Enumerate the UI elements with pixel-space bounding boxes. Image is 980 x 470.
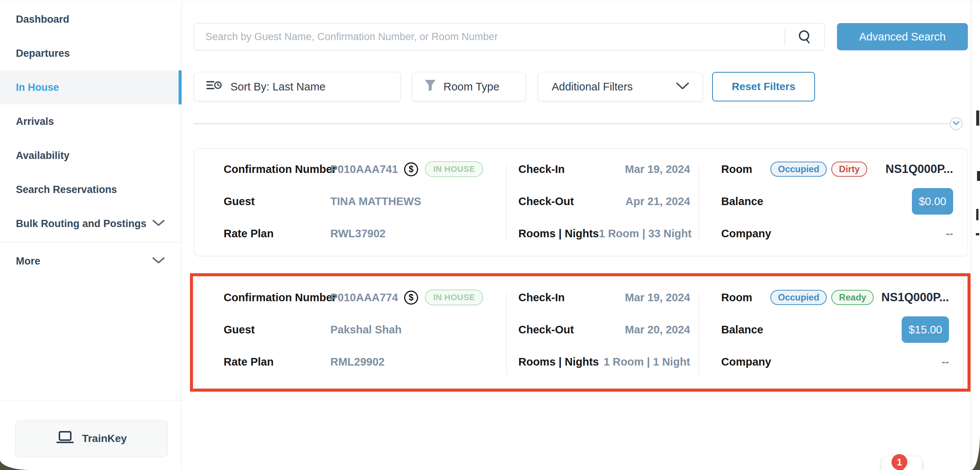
check-in-value: Mar 19, 2024 [625,163,690,175]
card-identity-column: Confirmation Number P010AAA741 $ IN HOUS… [194,149,506,256]
sidebar-item-label: Availability [16,150,70,162]
company-value: -- [942,356,949,368]
check-in-label: Check-In [519,292,565,304]
guest-value: Pakshal Shah [330,323,402,336]
right-edge-divider [971,0,971,470]
card-stay-column: Check-In Mar 19, 2024 Check-Out Mar 20, … [506,277,698,388]
sidebar-item-search-reservations[interactable]: Search Reservations [0,172,181,207]
top-divider [0,2,980,2]
sidebar-item-label: Departures [16,48,70,59]
guest-label: Guest [224,195,330,208]
reservation-card-selected[interactable]: Confirmation Number P010AAA774 $ IN HOUS… [194,277,964,388]
laptop-icon [56,430,74,447]
rooms-nights-label: Rooms | Nights [519,356,599,368]
sidebar-item-label: In House [16,82,59,94]
dollar-icon: $ [404,163,418,176]
sidebar-divider [0,242,181,242]
notification-badge: 1 [891,454,907,470]
balance-label: Balance [721,195,770,208]
housekeeping-status-badge: Ready [831,290,874,305]
search-bar [194,23,825,50]
sidebar: Dashboard Departures In House Arrivals A… [0,2,181,470]
confirmation-number-label: Confirmation Number [224,163,330,175]
housekeeping-status-badge: Dirty [831,162,867,177]
check-out-value: Mar 20, 2024 [625,323,690,336]
confirmation-number-label: Confirmation Number [224,292,330,304]
sidebar-item-label: Bulk Routing and Postings [16,218,146,230]
sidebar-item-departures[interactable]: Departures [0,36,181,70]
check-in-value: Mar 19, 2024 [625,292,690,304]
confirmation-number-value: P010AAA741 [330,163,398,175]
cutoff-content-fragment [976,209,978,220]
guest-value: TINA MATTHEWS [330,195,421,208]
sidebar-item-more[interactable]: More [0,244,181,278]
sidebar-item-label: Dashboard [16,14,69,25]
rate-plan-label: Rate Plan [224,228,330,240]
balance-button[interactable]: $15.00 [902,316,949,343]
notification-count: 1 [897,457,902,468]
sort-icon [206,79,222,95]
rooms-nights-value: 1 Room | 33 Night [599,228,692,240]
room-status-badge: Occupied [770,290,827,305]
card-room-column: Room Occupied Dirty NS1Q000P... Balance … [698,149,967,256]
company-label: Company [721,228,770,240]
dollar-icon: $ [404,291,418,304]
rooms-nights-label: Rooms | Nights [519,228,599,240]
sidebar-item-arrivals[interactable]: Arrivals [0,104,181,139]
reservation-card[interactable]: Confirmation Number P010AAA741 $ IN HOUS… [194,148,968,256]
check-out-value: Apr 21, 2024 [625,195,690,208]
funnel-icon [424,79,437,95]
sidebar-item-label: Arrivals [16,116,54,127]
additional-filters-label: Additional Filters [552,81,633,93]
room-type-label: Room Type [444,81,500,93]
advanced-search-button[interactable]: Advanced Search [837,23,968,50]
rooms-nights-value: 1 Room | 1 Night [603,356,690,368]
rate-plan-value: RML29902 [330,356,385,368]
company-label: Company [721,356,770,368]
sidebar-item-bulk-routing[interactable]: Bulk Routing and Postings [0,207,181,241]
room-label: Room [721,163,770,175]
room-number-value: NS1Q000P... [885,163,953,176]
sort-by-label: Sort By: Last Name [231,81,325,93]
check-in-label: Check-In [519,163,565,175]
search-icon[interactable] [785,29,824,44]
chevron-down-icon [152,218,165,230]
app-window: Dashboard Departures In House Arrivals A… [0,0,980,470]
sidebar-item-dashboard[interactable]: Dashboard [0,2,181,36]
cutoff-content-fragment [976,110,979,126]
sidebar-bottom-divider [0,400,181,400]
sidebar-item-label: More [16,255,40,267]
reset-filters-button[interactable]: Reset Filters [712,72,815,101]
cutoff-content-fragment [976,233,979,235]
sidebar-item-in-house[interactable]: In House [0,70,181,104]
collapse-toggle-button[interactable] [950,117,963,130]
additional-filters-dropdown[interactable]: Additional Filters [538,72,703,101]
sidebar-item-availability[interactable]: Availability [0,139,181,172]
trainkey-button[interactable]: TrainKey [15,420,168,457]
confirmation-number-value: P010AAA774 [330,292,398,304]
room-label: Room [721,292,770,304]
chevron-down-icon [675,81,690,93]
sort-by-button[interactable]: Sort By: Last Name [194,72,401,101]
balance-label: Balance [721,323,770,336]
company-value: -- [946,228,953,240]
cutoff-content-fragment [977,171,980,181]
chevron-down-icon [953,120,959,127]
chevron-down-icon [152,255,165,267]
rate-plan-label: Rate Plan [224,356,330,368]
check-out-label: Check-Out [519,323,574,336]
room-status-badge: Occupied [770,162,827,177]
card-room-column: Room Occupied Ready NS1Q000P... Balance … [698,277,963,388]
results-divider [194,123,956,124]
status-badge: IN HOUSE [425,290,483,305]
rate-plan-value: RWL37902 [330,228,385,240]
card-stay-column: Check-In Mar 19, 2024 Check-Out Apr 21, … [506,149,698,256]
search-input[interactable] [194,24,785,50]
sidebar-item-label: Search Reservations [16,184,117,196]
room-type-filter-button[interactable]: Room Type [412,72,526,101]
trainkey-label: TrainKey [82,433,127,445]
guest-label: Guest [224,323,330,336]
balance-button[interactable]: $0.00 [912,188,953,215]
card-identity-column: Confirmation Number P010AAA774 $ IN HOUS… [194,277,506,388]
room-number-value: NS1Q000P... [881,291,949,304]
